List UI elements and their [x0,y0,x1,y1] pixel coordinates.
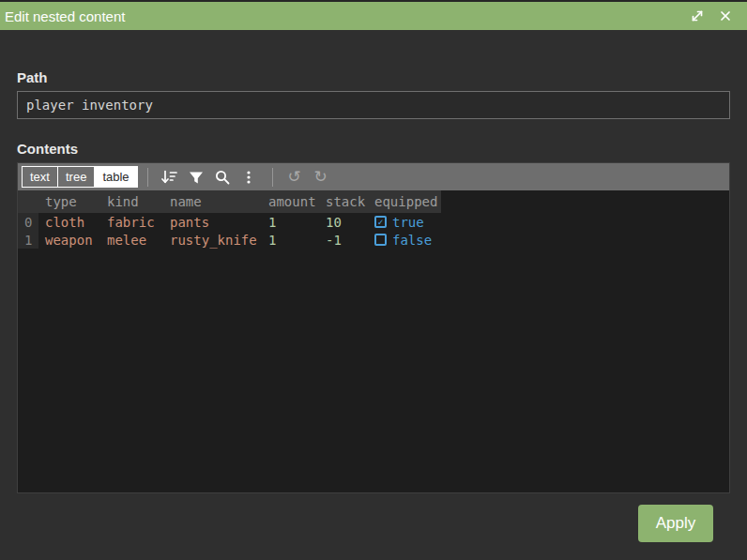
json-table: type kind name amount stack equipped 0 c… [18,190,441,249]
cell-type[interactable]: weapon [38,231,100,249]
mode-button-text[interactable]: text [22,166,58,188]
sort-button[interactable] [157,165,183,189]
filter-icon [188,169,205,186]
cell-equipped: true [368,213,441,231]
cell-amount[interactable]: 1 [262,231,319,249]
sort-icon [160,168,178,186]
search-button[interactable] [209,165,236,189]
dialog-footer: Apply [17,493,730,542]
column-header-stack: stack [319,190,368,213]
row-index: 1 [18,231,38,249]
cell-stack[interactable]: 10 [319,213,368,231]
toolbar-separator [272,168,273,187]
equipped-checkbox[interactable] [374,216,387,228]
editor-toolbar: text tree table [18,163,729,190]
path-label: Path [17,69,730,85]
cell-stack[interactable]: -1 [319,231,368,249]
path-input[interactable] [17,91,730,119]
close-icon [719,9,732,23]
column-header-equipped: equipped [368,190,441,213]
resize-diagonal-icon [690,8,705,23]
filter-button[interactable] [183,165,209,189]
toolbar-separator [147,168,148,187]
table-header-row: type kind name amount stack equipped [18,190,441,213]
resize-button[interactable] [687,6,708,26]
cell-amount[interactable]: 1 [262,213,319,231]
json-editor: text tree table [17,162,730,493]
dialog-title: Edit nested content [5,8,687,24]
more-menu-button[interactable] [236,165,262,189]
cell-name[interactable]: rusty_knife [163,231,262,249]
contents-label: Contents [17,141,730,157]
undo-button[interactable]: ↺ [282,165,308,189]
table-row: 1 weapon melee rusty_knife 1 -1 false [18,231,441,249]
apply-button[interactable]: Apply [638,505,713,542]
dialog-titlebar: Edit nested content [0,0,747,30]
mode-button-tree[interactable]: tree [57,166,95,188]
search-icon [214,169,231,186]
close-button[interactable] [715,6,736,26]
redo-icon: ↻ [313,169,327,185]
undo-icon: ↺ [287,169,300,185]
column-header-type: type [38,190,100,213]
mode-button-table[interactable]: table [94,166,137,188]
mode-switcher: text tree table [22,166,137,188]
cell-equipped: false [368,231,441,249]
boolean-value-label: true [392,215,424,230]
table-row: 0 cloth fabric pants 1 10 true [18,213,441,231]
equipped-checkbox[interactable] [374,234,387,246]
redo-button[interactable]: ↻ [308,165,334,189]
cell-kind[interactable]: melee [100,231,163,249]
boolean-value-label: false [392,233,432,248]
cell-type[interactable]: cloth [38,213,100,231]
column-header-amount: amount [262,190,319,213]
column-header-kind: kind [100,190,163,213]
index-column-header [18,190,38,213]
column-header-name: name [163,190,262,213]
cell-name[interactable]: pants [163,213,262,231]
cell-kind[interactable]: fabric [100,213,163,231]
row-index: 0 [18,213,38,231]
table-view: type kind name amount stack equipped 0 c… [18,190,729,492]
more-menu-icon [240,169,257,186]
